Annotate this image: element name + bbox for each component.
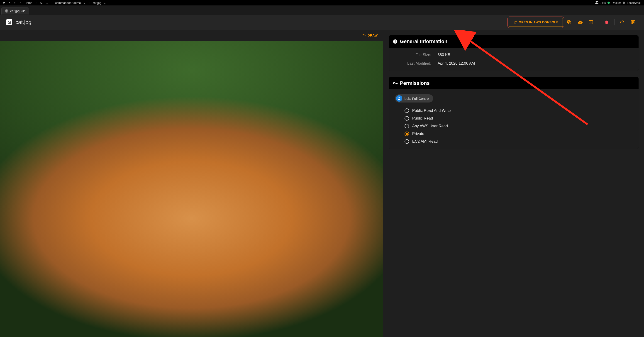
permission-option[interactable]: Any AWS User Read [404,124,632,128]
owner-chip-label: bob: Full Control [404,96,430,100]
general-information-card: General Information File Size: 380 KB La… [389,36,638,71]
key-icon [393,81,398,86]
breadcrumb-home[interactable]: Home [23,1,34,4]
bank-icon[interactable] [595,1,599,5]
owner-chip[interactable]: bob: Full Control [395,94,433,102]
permission-option-label: Public Read And Write [412,108,451,113]
svg-point-13 [398,97,400,98]
database-icon [5,9,8,13]
chevron-down-icon[interactable]: ⌄ [45,1,49,4]
image-preview-pane: DRAW [0,30,383,337]
radio-icon[interactable] [404,132,409,136]
body: DRAW General Information File Size: [0,30,644,337]
permission-option-label: Any AWS User Read [412,124,448,128]
permission-radio-group: Public Read And WritePublic ReadAny AWS … [395,108,632,144]
gesture-icon [362,33,366,38]
permission-option[interactable]: Public Read And Write [404,108,632,113]
radio-icon[interactable] [404,139,409,144]
page-header: cat.jpg OPEN IN AWS CONSOLE [0,14,644,30]
permissions-title: Permissions [400,80,430,86]
permissions-card: Permissions bob: Full Control Public Rea… [389,77,638,149]
status-docker[interactable]: Docker [612,1,621,4]
tab-label: cat.jpg File [10,9,26,13]
details-pane: General Information File Size: 380 KB La… [383,30,644,337]
permission-option-label: Private [412,132,424,136]
info-icon [393,39,398,44]
chevron-down-icon[interactable]: ⌄ [82,1,86,4]
arrow-right-icon: → [86,1,91,4]
breadcrumb-s3[interactable]: S3 [38,1,45,4]
delete-button[interactable] [602,18,611,27]
upload-button[interactable] [586,18,596,27]
top-breadcrumb-bar: Home → S3 ⌄ → commandeer-demo ⌄ → cat.jp… [0,0,644,6]
nav-back-icon[interactable] [7,0,12,5]
file-size-label: File Size: [395,52,431,57]
breadcrumb-bucket[interactable]: commandeer-demo [54,1,82,4]
panel-button[interactable] [628,18,638,27]
chevron-down-icon[interactable]: ⌄ [103,1,107,4]
arrow-right-icon: → [49,1,54,4]
status-dot-green [608,2,610,4]
permission-option-label: Public Read [412,116,433,121]
file-size-value: 380 KB [438,52,632,57]
svg-rect-10 [395,41,396,42]
open-external-icon [513,20,517,24]
nav-first-icon[interactable] [2,0,6,5]
refresh-button[interactable] [618,18,627,27]
general-title: General Information [400,38,448,44]
image-preview [0,41,383,337]
last-modified-value: Apr 4, 2020 12:06 AM [438,61,632,66]
permission-option[interactable]: EC2 AMI Read [404,139,632,144]
breadcrumb-file[interactable]: cat.jpg [91,1,102,4]
last-modified-label: Last Modified: [395,61,431,66]
arrow-right-icon: → [34,1,38,4]
nav-last-icon[interactable] [18,0,23,5]
open-in-aws-console-button[interactable]: OPEN IN AWS CONSOLE [508,18,563,27]
image-icon [6,19,12,25]
draw-label: DRAW [368,34,378,37]
cat-image-placeholder [0,41,383,337]
bank-count: (14) [600,1,606,4]
svg-point-12 [394,82,395,84]
tab-strip: cat.jpg File [0,6,644,14]
download-button[interactable] [576,18,584,27]
radio-icon[interactable] [404,116,409,121]
page-title: cat.jpg [16,19,32,26]
svg-point-0 [6,10,8,10]
radio-icon[interactable] [404,124,409,128]
status-localstack[interactable]: LocalStack [627,1,641,4]
separator [614,19,614,26]
status-dot-grey [623,2,625,4]
svg-rect-11 [395,40,396,41]
nav-forward-icon[interactable] [13,0,17,5]
open-aws-label: OPEN IN AWS CONSOLE [519,20,558,24]
permission-option[interactable]: Public Read [404,116,632,121]
radio-icon[interactable] [404,108,409,113]
annotation-arrow [383,30,644,337]
permission-option-label: EC2 AMI Read [412,139,438,144]
copy-button[interactable] [565,18,574,27]
person-icon [396,95,402,102]
permission-option[interactable]: Private [404,132,632,136]
draw-button[interactable]: DRAW [362,33,378,38]
tab-file[interactable]: cat.jpg File [1,8,29,14]
